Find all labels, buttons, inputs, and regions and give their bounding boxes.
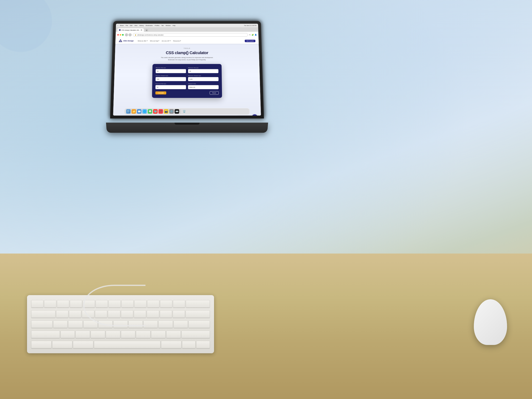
select-viewport-units[interactable]: Inline (vi) Block (vb) Width (vw) Height…: [188, 85, 219, 89]
get-quote-button[interactable]: Get a quote: [245, 39, 255, 42]
key: [57, 300, 69, 308]
lock-icon: 🔒: [135, 34, 137, 36]
key: [151, 331, 166, 338]
laptop-notch: [175, 123, 200, 125]
reload-icon[interactable]: ↻: [249, 34, 251, 36]
tab-close-button[interactable]: ×: [141, 29, 142, 31]
nav-link-resources[interactable]: Resources ▾: [173, 40, 181, 42]
key: [121, 331, 135, 338]
apple-menu-icon[interactable]: : [118, 25, 118, 26]
calculate-button[interactable]: Calculate: [155, 91, 166, 95]
form-group-min-size: Minimum Size (px): [156, 67, 186, 73]
new-tab-button[interactable]: +: [145, 29, 148, 32]
menu-item-file[interactable]: File: [126, 25, 128, 26]
key: [143, 320, 158, 328]
key: [147, 300, 159, 308]
key: [91, 331, 105, 338]
dock-icon-terminal[interactable]: ⌨️: [175, 109, 179, 114]
input-min-viewport[interactable]: [155, 77, 186, 81]
key: [106, 331, 120, 338]
form-group-max-viewport: Maximum Viewport (px): [188, 75, 219, 81]
browser-tab-active[interactable]: CSS clamp() Calculator | Alt... ×: [117, 28, 144, 32]
browser-tab-bar: CSS clamp() Calculator | Alt... × +: [116, 28, 258, 32]
maximize-window-button[interactable]: [122, 34, 124, 36]
form-group-viewport-units: Viewport Units Inline (vi) Block (vb) Wi…: [188, 83, 219, 89]
key-shift-left: [31, 331, 60, 338]
dock-icon-photos[interactable]: 📷: [164, 109, 169, 114]
key: [173, 310, 185, 318]
menu-item-tab[interactable]: Tab: [161, 25, 164, 26]
tools-badge: TOOLS: [119, 48, 256, 49]
nav-link-are-we-fit[interactable]: Are we a fit? ▾: [162, 40, 171, 42]
key: [56, 310, 68, 318]
dock-icon-mail[interactable]: ✉️: [137, 109, 141, 114]
key-ctrl: [52, 341, 73, 348]
key: [160, 310, 172, 318]
menu-item-brave[interactable]: Brave: [120, 25, 124, 26]
key: [160, 300, 172, 308]
nav-link-who-we-help[interactable]: Who we help ▾: [150, 40, 159, 42]
menu-item-history[interactable]: History: [139, 25, 144, 26]
address-bar[interactable]: 🔒 altindesign.com/tools/css-clamp-calcul…: [133, 33, 248, 37]
laptop-base: [106, 123, 268, 133]
key-cmd: [161, 341, 181, 348]
dock-icon-settings[interactable]: ⚙️: [169, 109, 174, 114]
label-min-viewport: Minimum Viewport (px): [156, 75, 186, 76]
close-window-button[interactable]: [117, 34, 119, 36]
input-max-size[interactable]: [188, 69, 218, 73]
forward-button[interactable]: ›: [128, 33, 132, 36]
minimize-window-button[interactable]: [120, 34, 121, 36]
profile-icon[interactable]: 👤: [254, 34, 257, 36]
dock-icon-maps[interactable]: 🗺️: [153, 109, 158, 114]
logo-text: Altin Design: [123, 40, 134, 42]
reset-button[interactable]: Reset: [209, 91, 219, 95]
input-min-size[interactable]: [156, 69, 186, 73]
site-nav: Altin Design What we offer ▾ Who we help…: [115, 38, 259, 44]
input-max-viewport[interactable]: [188, 77, 219, 81]
screen-content:  Brave File Edit View History Bookmarks…: [113, 24, 261, 115]
label-max-viewport: Maximum Viewport (px): [188, 75, 218, 76]
calculator-form: Minimum Size (px) Maximum Size (px) Mini…: [152, 64, 222, 98]
menu-item-edit[interactable]: Edit: [130, 25, 132, 26]
label-root-font: Root Font Size (px): [155, 83, 186, 84]
key: [70, 300, 82, 308]
menu-item-view[interactable]: View: [134, 25, 137, 26]
macos-menubar:  Brave File Edit View History Bookmarks…: [116, 24, 258, 27]
browser-navigation: ‹ ›: [125, 33, 132, 36]
key-shift-right: [181, 331, 210, 338]
menu-item-help[interactable]: Help: [172, 25, 175, 26]
label-viewport-units: Viewport Units: [188, 83, 219, 84]
form-group-min-viewport: Minimum Viewport (px): [155, 75, 186, 81]
dock-icon-trash[interactable]: 🗑️: [182, 109, 186, 114]
page-subtitle: This useful calculator generates clamp()…: [158, 57, 215, 61]
input-root-font[interactable]: [155, 85, 186, 89]
key: [44, 300, 56, 308]
key: [76, 331, 90, 338]
screen-bezel:  Brave File Edit View History Bookmarks…: [110, 21, 264, 119]
dock-icon-safari[interactable]: 🌐: [142, 109, 147, 114]
key-left: [182, 341, 196, 348]
key-shift: [189, 320, 210, 328]
key: [173, 320, 188, 328]
dock-icon-files[interactable]: 📁: [132, 109, 136, 114]
menu-item-profiles[interactable]: Profiles: [155, 25, 159, 26]
dock-icon-music[interactable]: 🎵: [158, 109, 163, 114]
key: [69, 310, 81, 318]
form-fields-grid: Minimum Size (px) Maximum Size (px) Mini…: [155, 67, 219, 89]
menu-item-window[interactable]: Window: [166, 25, 171, 26]
extensions-icon[interactable]: 🧩: [252, 34, 254, 36]
key: [60, 331, 75, 338]
dock-icon-finder[interactable]: 🔍: [126, 109, 131, 114]
nav-link-what-we-offer[interactable]: What we offer ▾: [138, 40, 147, 42]
key: [53, 320, 68, 328]
site-logo[interactable]: Altin Design: [119, 39, 134, 43]
form-group-max-size: Maximum Size (px): [188, 67, 218, 73]
dock-icon-messages[interactable]: 💬: [148, 109, 152, 114]
menu-item-bookmarks[interactable]: Bookmarks: [146, 25, 153, 26]
menubar-time: Tue Jan 21 2:34 PM: [244, 25, 257, 26]
back-button[interactable]: ‹: [125, 33, 128, 36]
chevron-down-icon: ▾: [158, 40, 159, 42]
url-text: altindesign.com/tools/css-clamp-calculat…: [137, 34, 164, 36]
chat-bubble-button[interactable]: 💬: [252, 114, 258, 115]
browser-toolbar-icons: ↻ 🧩 👤: [249, 34, 257, 36]
